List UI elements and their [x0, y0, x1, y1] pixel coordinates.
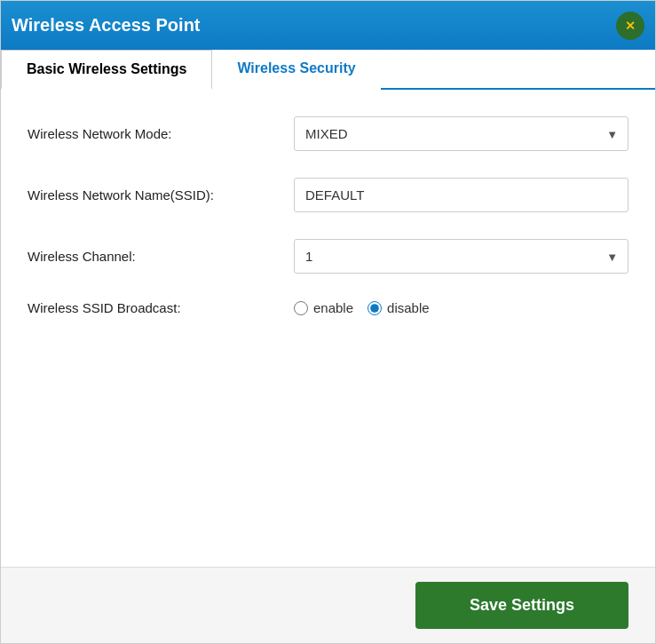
broadcast-enable-text: enable: [313, 300, 353, 315]
network-mode-label: Wireless Network Mode:: [28, 126, 276, 141]
channel-row: Wireless Channel: 1 2 3 4 5 6 7 8 9 10 1…: [28, 239, 628, 274]
ssid-input[interactable]: [294, 178, 628, 212]
broadcast-disable-radio[interactable]: [368, 301, 382, 315]
broadcast-radio-group: enable disable: [294, 300, 628, 315]
ssid-control: [294, 178, 628, 212]
broadcast-control: enable disable: [294, 300, 628, 315]
broadcast-disable-text: disable: [387, 300, 430, 315]
channel-select[interactable]: 1 2 3 4 5 6 7 8 9 10 11: [294, 239, 628, 274]
broadcast-label: Wireless SSID Broadcast:: [28, 300, 276, 315]
ssid-row: Wireless Network Name(SSID):: [28, 178, 628, 212]
network-mode-select[interactable]: MIXED B-Only G-Only N-Only Disabled: [294, 116, 628, 151]
broadcast-enable-label[interactable]: enable: [294, 300, 353, 315]
close-button[interactable]: [616, 12, 644, 40]
broadcast-enable-radio[interactable]: [294, 301, 308, 315]
network-mode-row: Wireless Network Mode: MIXED B-Only G-On…: [28, 116, 628, 151]
broadcast-disable-label[interactable]: disable: [368, 300, 430, 315]
ssid-label: Wireless Network Name(SSID):: [28, 187, 276, 203]
title-bar: Wireless Access Point: [1, 1, 655, 50]
tab-wireless-security[interactable]: Wireless Security: [212, 50, 380, 90]
tab-basic-wireless-settings[interactable]: Basic Wireless Settings: [1, 50, 212, 90]
content-area: Wireless Network Mode: MIXED B-Only G-On…: [1, 90, 655, 567]
network-mode-control: MIXED B-Only G-Only N-Only Disabled ▼: [294, 116, 628, 151]
save-settings-button[interactable]: Save Settings: [415, 582, 628, 629]
window-title: Wireless Access Point: [12, 15, 201, 36]
channel-label: Wireless Channel:: [28, 249, 276, 264]
channel-select-wrapper: 1 2 3 4 5 6 7 8 9 10 11 ▼: [294, 239, 628, 274]
tabs-bar: Basic Wireless Settings Wireless Securit…: [1, 50, 655, 90]
channel-control: 1 2 3 4 5 6 7 8 9 10 11 ▼: [294, 239, 628, 274]
broadcast-row: Wireless SSID Broadcast: enable disable: [28, 300, 628, 315]
network-mode-select-wrapper: MIXED B-Only G-Only N-Only Disabled ▼: [294, 116, 628, 151]
main-window: Wireless Access Point Basic Wireless Set…: [0, 0, 656, 644]
footer: Save Settings: [1, 567, 655, 643]
